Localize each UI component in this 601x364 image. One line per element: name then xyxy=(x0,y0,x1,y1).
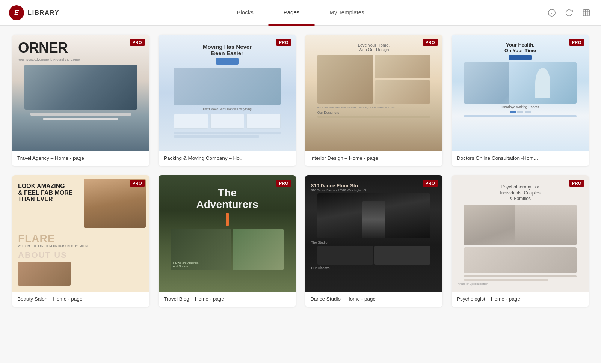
pro-badge-travel-blog: PRO xyxy=(276,180,291,187)
bookmark-icon[interactable] xyxy=(581,7,592,18)
card-psych[interactable]: PRO Psychotherapy ForIndividuals, Couple… xyxy=(452,175,589,307)
header: E LIBRARY Blocks Pages My Templates xyxy=(0,0,601,26)
card-interior[interactable]: PRO Love Your Home,With Our Design No Of… xyxy=(305,35,442,166)
thumb-psych: PRO Psychotherapy ForIndividuals, Couple… xyxy=(452,175,589,292)
refresh-icon[interactable] xyxy=(563,7,575,18)
thumb-travel-blog: PRO TheAdventurers Hi, we are Amandaand … xyxy=(159,175,296,292)
card-label-psych: Psychologist – Home - page xyxy=(452,292,589,307)
info-icon[interactable] xyxy=(546,7,557,18)
card-dance[interactable]: PRO 810 Dance Floor Stu 810 Dance Studio… xyxy=(305,175,442,307)
travel-img xyxy=(24,65,137,110)
card-beauty[interactable]: PRO LOOK AMAZING& FEEL FAB MORETHAN EVER… xyxy=(12,175,149,307)
elementor-logo-icon: E xyxy=(9,5,24,20)
library-title: LIBRARY xyxy=(28,9,60,16)
thumb-moving: PRO Moving Has NeverBeen Easier Don't Mo… xyxy=(159,35,296,151)
card-label-moving: Packing & Moving Company – Ho... xyxy=(159,151,296,166)
main-tabs: Blocks Pages My Templates xyxy=(222,0,379,26)
doctors-img xyxy=(464,62,577,104)
card-moving[interactable]: PRO Moving Has NeverBeen Easier Don't Mo… xyxy=(159,35,296,166)
header-actions xyxy=(546,7,592,18)
card-label-doctors: Doctors Online Consultation -Hom... xyxy=(452,151,589,166)
pro-badge-travel: PRO xyxy=(130,39,145,46)
tab-blocks[interactable]: Blocks xyxy=(222,0,269,26)
moving-img xyxy=(174,68,281,105)
pro-badge-moving: PRO xyxy=(276,39,291,46)
thumb-beauty: PRO LOOK AMAZING& FEEL FAB MORETHAN EVER… xyxy=(12,175,149,292)
thumb-dance: PRO 810 Dance Floor Stu 810 Dance Studio… xyxy=(305,175,442,292)
pro-badge-psych: PRO xyxy=(569,180,584,187)
svg-rect-3 xyxy=(583,9,590,16)
card-label-interior: Interior Design – Home - page xyxy=(305,151,442,166)
tab-my-templates[interactable]: My Templates xyxy=(314,0,379,26)
thumb-doctors: PRO Your Health,On Your Time Goodbye Wai… xyxy=(452,35,589,151)
card-doctors[interactable]: PRO Your Health,On Your Time Goodbye Wai… xyxy=(452,35,589,166)
logo-area: E LIBRARY xyxy=(9,5,84,20)
card-label-dance: Dance Studio – Home - page xyxy=(305,292,442,307)
card-travel-agency[interactable]: PRO ORNER Your Next Adventure is Around … xyxy=(12,35,149,166)
tab-pages[interactable]: Pages xyxy=(269,0,315,26)
pro-badge-beauty: PRO xyxy=(130,180,145,187)
card-label-travel: Travel Agency – Home - page xyxy=(12,151,149,166)
template-grid: PRO ORNER Your Next Adventure is Around … xyxy=(12,35,589,307)
travel-heading: ORNER xyxy=(18,41,68,55)
template-grid-area: PRO ORNER Your Next Adventure is Around … xyxy=(0,26,601,363)
pro-badge-dance: PRO xyxy=(423,180,438,187)
pro-badge-doctors: PRO xyxy=(569,39,584,46)
card-label-beauty: Beauty Salon – Home - page xyxy=(12,292,149,307)
card-label-travel-blog: Travel Blog – Home - page xyxy=(159,292,296,307)
pro-badge-interior: PRO xyxy=(423,39,438,46)
thumb-interior: PRO Love Your Home,With Our Design No Of… xyxy=(305,35,442,151)
card-travel-blog[interactable]: PRO TheAdventurers Hi, we are Amandaand … xyxy=(159,175,296,307)
thumb-travel-agency: PRO ORNER Your Next Adventure is Around … xyxy=(12,35,149,151)
